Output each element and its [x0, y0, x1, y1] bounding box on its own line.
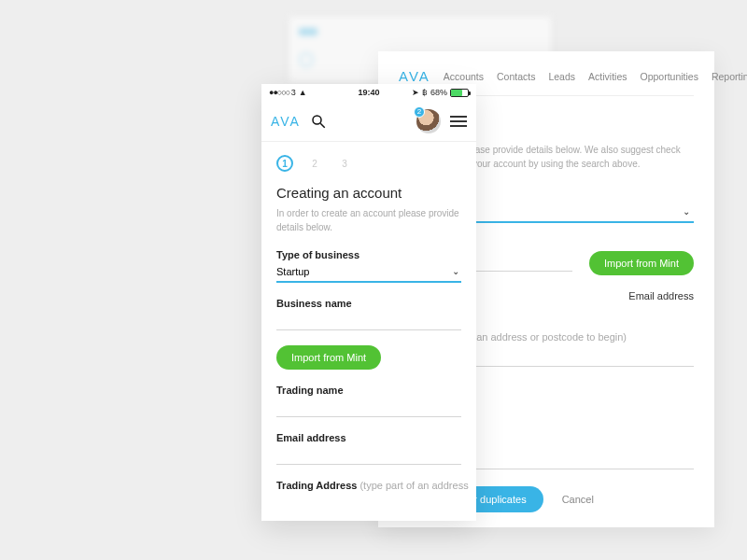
nav-activities[interactable]: Activities — [588, 71, 627, 82]
import-from-mint-button[interactable]: Import from Mint — [589, 251, 694, 275]
nav-reporting[interactable]: Reporting — [712, 71, 747, 82]
status-bar: ●●○○○ 3 ▲ 19:40 ➤ ฿ 68% — [261, 84, 476, 101]
battery-icon — [450, 89, 469, 97]
page-subtitle: In order to create an account please pro… — [276, 206, 461, 234]
nav-contacts[interactable]: Contacts — [497, 71, 535, 82]
status-time: 19:40 — [261, 88, 476, 97]
avatar[interactable]: 2 — [416, 109, 441, 133]
page-title: Creating an account — [276, 185, 461, 201]
nav-accounts[interactable]: Accounts — [444, 71, 484, 82]
step-2[interactable]: 2 — [306, 155, 323, 172]
step-3[interactable]: 3 — [336, 155, 353, 172]
step-1[interactable]: 1 — [276, 155, 293, 172]
logo: AVA — [271, 114, 301, 129]
svg-line-1 — [320, 123, 325, 128]
menu-icon[interactable] — [450, 116, 467, 127]
mobile-frame: ●●○○○ 3 ▲ 19:40 ➤ ฿ 68% AVA 2 1 2 3 Crea… — [261, 84, 476, 521]
mobile-header: AVA 2 — [261, 101, 476, 142]
type-of-business-label: Type of business — [276, 249, 461, 260]
email-label: Email address — [276, 432, 461, 443]
nav-leads[interactable]: Leads — [548, 71, 575, 82]
business-name-label: Business name — [276, 298, 461, 309]
stepper: 1 2 3 — [276, 155, 461, 172]
search-icon[interactable] — [310, 113, 327, 130]
business-name-input[interactable] — [276, 309, 461, 330]
trading-address-label: Trading Address (type part of an address — [276, 480, 461, 491]
svg-point-0 — [313, 116, 321, 124]
cancel-button[interactable]: Cancel — [562, 494, 594, 505]
notification-badge: 2 — [414, 106, 425, 118]
import-from-mint-button[interactable]: Import from Mint — [276, 345, 381, 370]
email-label: Email address — [589, 290, 694, 301]
trading-name-label: Trading name — [276, 385, 461, 396]
email-input[interactable] — [276, 443, 461, 465]
trading-name-input[interactable] — [276, 396, 461, 417]
type-of-business-select[interactable] — [276, 260, 461, 283]
nav-opportunities[interactable]: Opportunities — [640, 71, 698, 82]
logo: AVA — [399, 68, 430, 84]
